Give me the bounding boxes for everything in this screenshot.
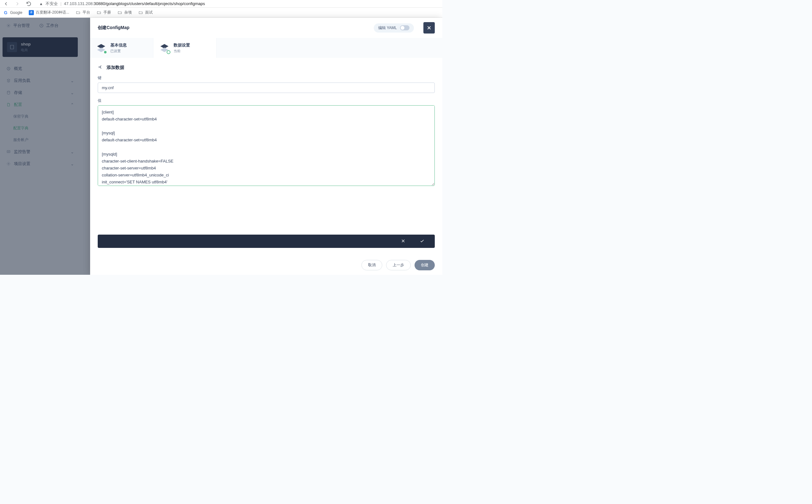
close-button[interactable] [423,22,435,34]
steps-bar: 基本信息 已设置 数据设置 当前 [90,38,442,58]
forward-icon[interactable] [15,1,20,7]
arrow-left-icon[interactable] [98,64,103,71]
section-header: 添加数据 [98,64,435,71]
folder-icon [138,10,143,15]
confirm-icon[interactable] [420,238,425,244]
step-icon [96,43,107,53]
modal-body: 添加数据 键 值 [client] default-character-set=… [90,58,442,216]
bookmark-platform[interactable]: 平台 [76,10,90,15]
translate-icon: 译 [29,10,34,15]
prev-button[interactable]: 上一步 [386,260,411,270]
value-textarea[interactable]: [client] default-character-set=utf8mb4 [… [98,105,435,186]
switch-icon [400,25,409,30]
step-data-settings[interactable]: 数据设置 当前 [153,38,217,58]
bookmarks-bar: G Google 译 百度翻译-200种语... 平台 手册 杂项 面试 [0,8,442,18]
step-basic-info[interactable]: 基本信息 已设置 [90,38,153,58]
key-input[interactable] [98,83,435,93]
url-bar[interactable]: ▲ 不安全 | 47.103.131.208:30880/golangblogs… [35,1,439,7]
url-text: 47.103.131.208:30880/golangblogs/cluster… [64,1,205,6]
create-button[interactable]: 创建 [415,260,435,270]
bookmark-misc[interactable]: 杂项 [117,10,132,15]
browser-nav-bar: ▲ 不安全 | 47.103.131.208:30880/golangblogs… [0,0,442,8]
reload-icon[interactable] [26,1,32,7]
step-icon [159,43,170,53]
action-bar [98,235,435,248]
folder-icon [76,10,81,15]
bookmark-interview[interactable]: 面试 [138,10,153,15]
modal-header: 创建ConfigMap 编辑 YAML [90,18,442,38]
bookmark-baidu[interactable]: 译 百度翻译-200种语... [29,10,69,15]
modal-title: 创建ConfigMap [98,25,129,31]
create-configmap-modal: 创建ConfigMap 编辑 YAML 基本信息 已设置 [90,18,442,275]
section-title: 添加数据 [107,65,124,71]
google-icon: G [3,10,8,15]
yaml-toggle[interactable]: 编辑 YAML [374,23,414,33]
folder-icon [96,10,101,15]
discard-icon[interactable] [401,238,406,244]
folder-icon [117,10,122,15]
bookmark-manual[interactable]: 手册 [96,10,111,15]
insecure-label: 不安全 [46,1,58,7]
key-label: 键 [98,75,435,81]
value-label: 值 [98,98,435,103]
modal-footer: 取消 上一步 创建 [90,255,442,275]
bookmark-google[interactable]: G Google [3,10,22,15]
back-icon[interactable] [3,1,9,7]
insecure-icon: ▲ [39,2,43,6]
cancel-button[interactable]: 取消 [361,260,382,270]
